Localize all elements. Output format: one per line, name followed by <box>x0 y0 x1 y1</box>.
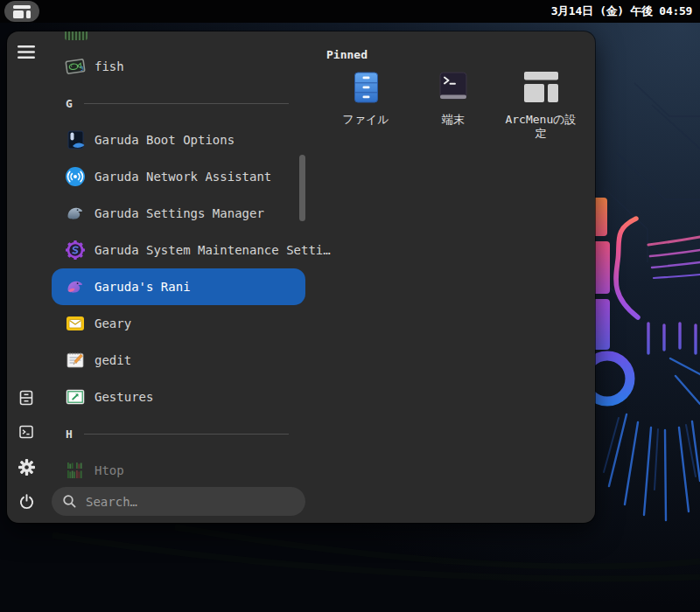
power-button[interactable] <box>18 492 35 510</box>
app-label: fish <box>94 59 124 73</box>
app-label: Gestures <box>94 390 153 404</box>
pinned-item-label: 端末 <box>442 113 465 127</box>
hamburger-menu-button[interactable] <box>18 44 35 61</box>
geary-icon <box>64 312 87 335</box>
app-row-garuda-settings-manager[interactable]: Garuda Settings Manager <box>52 195 305 232</box>
app-label: Garuda Settings Manager <box>94 206 264 220</box>
app-label: Geary <box>94 316 131 330</box>
arcmenu-logo-icon <box>13 5 31 18</box>
garuda-settings-manager-icon <box>64 202 87 225</box>
pinned-grid: ファイル 端末 <box>322 72 584 141</box>
cabinet-drawer-icon <box>18 390 34 406</box>
htop-icon <box>64 459 87 482</box>
app-row-fish[interactable]: 3 fish <box>52 48 305 85</box>
clock-date[interactable]: 3月14日 (金) 午後 04:59 <box>551 3 700 19</box>
pinned-item-label: ArcMenuの設定 <box>500 113 581 141</box>
search-bar[interactable] <box>52 487 305 516</box>
search-icon <box>62 494 77 509</box>
pinned-item-arcmenu-settings[interactable]: ArcMenuの設定 <box>497 72 584 141</box>
garuda-system-maintenance-icon <box>64 239 87 261</box>
app-row-gestures[interactable]: Gestures <box>52 379 305 415</box>
hamburger-icon <box>18 45 35 59</box>
pinned-section-title: Pinned <box>326 48 368 61</box>
section-divider <box>84 434 289 435</box>
pinned-item-terminal[interactable]: 端末 <box>410 72 497 141</box>
app-label: Garuda Boot Options <box>94 133 234 147</box>
app-label: Garuda Network Assistant <box>94 170 271 184</box>
app-row-garudas-rani-selected[interactable]: Garuda's Rani <box>52 268 305 305</box>
search-input[interactable] <box>84 494 280 510</box>
pinned-item-files[interactable]: ファイル <box>322 72 410 141</box>
section-letter: H <box>66 428 73 441</box>
app-row-geary[interactable]: Geary <box>52 305 305 342</box>
app-row-htop[interactable]: Htop <box>52 452 305 489</box>
terminal-app-icon <box>439 72 467 107</box>
app-label: Garuda System Maintenance Setti… <box>94 243 331 257</box>
garuda-rani-icon <box>64 275 87 298</box>
partially-scrolled-app-icon <box>65 31 88 40</box>
gear-icon <box>18 459 35 476</box>
garuda-network-assistant-icon <box>64 165 87 188</box>
documents-shortcut-button[interactable] <box>18 389 35 407</box>
app-row-garuda-system-maintenance[interactable]: Garuda System Maintenance Setti… <box>52 232 305 268</box>
section-header-g: G <box>52 85 305 122</box>
section-divider <box>84 103 289 104</box>
app-label: Htop <box>94 463 124 477</box>
app-label: gedit <box>94 353 131 367</box>
app-row-gedit[interactable]: gedit <box>52 342 305 379</box>
pinned-item-label: ファイル <box>342 113 388 127</box>
app-label: Garuda's Rani <box>94 280 191 294</box>
app-row-garuda-boot-options[interactable]: Garuda Boot Options <box>52 122 305 158</box>
arcmenu-settings-icon <box>524 72 558 107</box>
gedit-icon <box>64 349 87 372</box>
arcmenu-button[interactable] <box>4 1 39 22</box>
terminal-shortcut-button[interactable] <box>18 423 35 441</box>
section-letter: G <box>66 97 73 110</box>
app-list: 3 fish G Garuda Boot Options <box>52 48 305 489</box>
arcmenu-panel: 3 fish G Garuda Boot Options <box>7 31 595 523</box>
settings-shortcut-button[interactable] <box>18 458 35 476</box>
section-header-h: H <box>52 415 305 452</box>
top-panel: 3月14日 (金) 午後 04:59 <box>0 0 700 23</box>
power-icon <box>18 493 35 510</box>
files-icon <box>354 72 378 107</box>
app-row-garuda-network-assistant[interactable]: Garuda Network Assistant <box>52 158 305 195</box>
fish-shell-icon: 3 <box>64 55 87 78</box>
terminal-icon <box>18 424 34 440</box>
gestures-icon <box>64 386 87 408</box>
garuda-boot-options-icon <box>64 129 87 151</box>
